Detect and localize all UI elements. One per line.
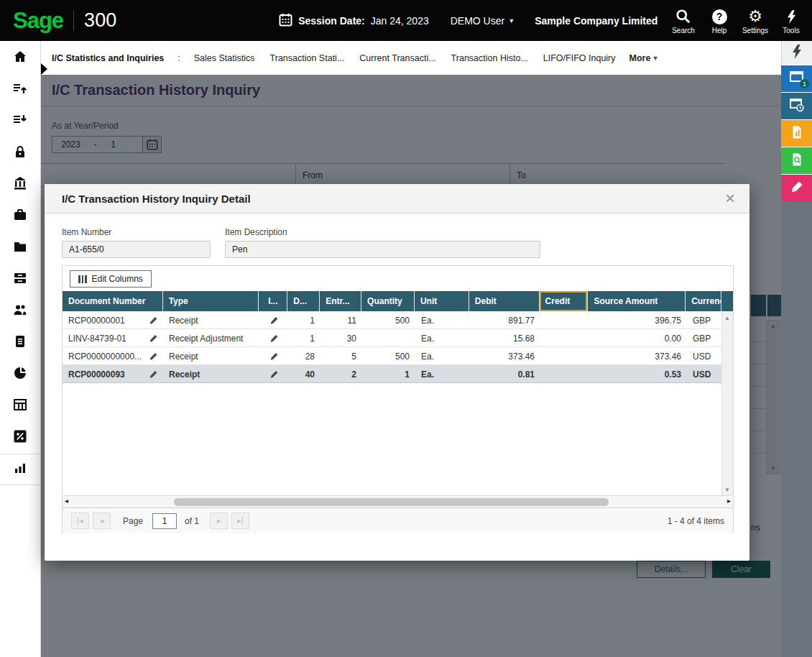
sidebar-item-list-down[interactable] [0,106,40,137]
cell-text: RCP00000093 [68,366,149,383]
column-header-type[interactable]: Type [163,291,259,311]
cell-entry: 5 [320,347,362,365]
column-header-entry[interactable]: Entr... [320,291,361,311]
folder-icon [13,239,27,257]
sidebar-item-list-up[interactable] [0,74,40,106]
cell-i [259,329,288,347]
rail-tile-inquiry-document[interactable] [781,147,812,174]
edit-pencil-icon[interactable] [149,352,157,361]
cell-source_amount: 373.46 [589,347,687,365]
last-page-button[interactable]: ▸| [231,513,249,529]
sidebar-item-bar-chart[interactable] [0,454,40,485]
breadcrumb-more-label: More [629,53,651,63]
rail-tile-open-window[interactable]: 1 [781,65,812,92]
breadcrumb-link-2[interactable]: Current Transacti... [359,53,435,63]
edit-pencil-icon[interactable] [149,370,157,379]
grid-horizontal-scrollbar[interactable]: ◂ ▸ [63,495,733,507]
sidebar-item-lock[interactable] [0,137,40,169]
header-actions: Search?Help⚙SettingsTools [665,6,809,35]
edit-pencil-icon[interactable] [270,316,278,325]
item-number-field[interactable]: A1-655/0 [62,241,211,258]
table-row[interactable]: RCP00000001Receipt111500Ea.891.77396.75G… [63,311,733,329]
breadcrumb-link-0[interactable]: Sales Statistics [194,53,255,63]
table-row[interactable]: LINV-84739-01Receipt Adjustment130Ea.15.… [63,329,733,347]
cell-credit [540,365,589,383]
item-description-field[interactable]: Pen [225,241,540,258]
column-header-debit[interactable]: Debit [469,291,540,311]
rail-shortcuts-toggle[interactable] [781,41,812,65]
rail-tile-report-document[interactable] [781,120,812,147]
grid-vertical-scrollbar[interactable]: ▲ ▼ [721,312,733,496]
first-page-button[interactable]: |◂ [71,513,89,529]
cell-d: 40 [288,365,320,383]
column-header-quantity[interactable]: Quantity [361,291,415,311]
page-number-input[interactable] [152,513,177,529]
edit-pencil-icon[interactable] [149,316,157,325]
breadcrumb-link-3[interactable]: Transaction Histo... [451,53,528,63]
edit-pencil-icon[interactable] [270,352,278,361]
cell-source_amount: 0.53 [589,365,687,383]
column-header-d[interactable]: D... [287,291,320,311]
cell-document_number: RCP00000093 [63,365,163,383]
percent-icon [13,429,27,446]
cell-text: RCP00000001 [68,312,149,329]
sidebar-item-people[interactable] [0,295,40,327]
cell-quantity: 1 [362,365,415,383]
rail-tile-window-clock[interactable] [781,93,812,119]
sidebar-item-home[interactable] [0,42,40,74]
sidebar-item-table[interactable] [0,390,40,422]
sidebar-item-inventory[interactable] [0,264,40,295]
item-description-label: Item Description [225,227,287,237]
user-menu[interactable]: DEMO User ▾ [451,15,513,27]
question-mark-icon: ? [712,9,727,24]
previous-page-button[interactable]: ◂ [93,513,111,529]
column-header-document_number[interactable]: Document Number [63,291,163,311]
sidebar-item-percent[interactable] [0,422,40,454]
edit-pencil-icon[interactable] [270,334,278,343]
column-header-credit[interactable]: Credit [540,291,589,311]
cell-document_number: RCP00000001 [63,311,163,329]
cell-currency: USD [687,365,723,383]
cell-type: Receipt [163,365,259,383]
column-header-source_amount[interactable]: Source Amount [588,291,686,311]
modal-title: I/C Transaction History Inquiry Detail [62,193,251,205]
cell-debit: 891.77 [470,311,540,329]
column-header-i[interactable]: I... [259,291,287,311]
sidebar-item-bank[interactable] [0,169,40,201]
gear-glyph: ⚙ [748,9,762,24]
column-header-currency[interactable]: Currency [686,291,721,311]
breadcrumb-link-1[interactable]: Transaction Stati... [270,53,345,63]
next-page-button[interactable]: ▸ [210,513,228,529]
session-date-value: Jan 24, 2023 [371,15,429,27]
table-row[interactable]: RCP00000093Receipt4021Ea.0.810.53USD [63,365,733,383]
search-button[interactable]: Search [665,6,701,35]
help-button[interactable]: ?Help [701,6,737,35]
cell-debit: 373.46 [470,347,540,365]
cell-entry: 2 [320,365,362,383]
sidebar-item-briefcase[interactable] [0,201,40,232]
tools-button[interactable]: Tools [773,6,809,35]
cell-d: 1 [288,329,320,347]
cell-d: 28 [288,347,320,365]
sidebar-item-folder[interactable] [0,232,40,264]
edit-columns-button[interactable]: Edit Columns [70,270,152,288]
cell-type: Receipt Adjustment [163,329,259,347]
horizontal-scroll-thumb[interactable] [174,498,609,506]
sidebar-expand-handle[interactable] [41,63,47,75]
breadcrumb-section[interactable]: I/C Statistics and Inquiries [52,53,164,63]
table-row[interactable]: RCP0000000000...Receipt285500Ea.373.4637… [63,347,733,365]
cell-debit: 15.68 [470,329,540,347]
cell-debit: 0.81 [470,365,540,383]
edit-pencil-icon[interactable] [270,370,278,379]
sidebar-item-pie-chart[interactable] [0,359,40,390]
cell-i [259,311,288,329]
sidebar-item-ledger[interactable] [0,327,40,359]
edit-pencil-icon[interactable] [149,334,157,343]
column-header-unit[interactable]: Unit [415,291,469,311]
settings-button[interactable]: ⚙Settings [737,6,773,35]
rail-tile-marker-pen[interactable] [781,175,812,201]
breadcrumb-more[interactable]: More ▾ [629,53,658,63]
session-date-label: Session Date: [298,15,365,27]
breadcrumb-link-4[interactable]: LIFO/FIFO Inquiry [543,53,616,63]
close-icon[interactable]: × [725,191,735,206]
